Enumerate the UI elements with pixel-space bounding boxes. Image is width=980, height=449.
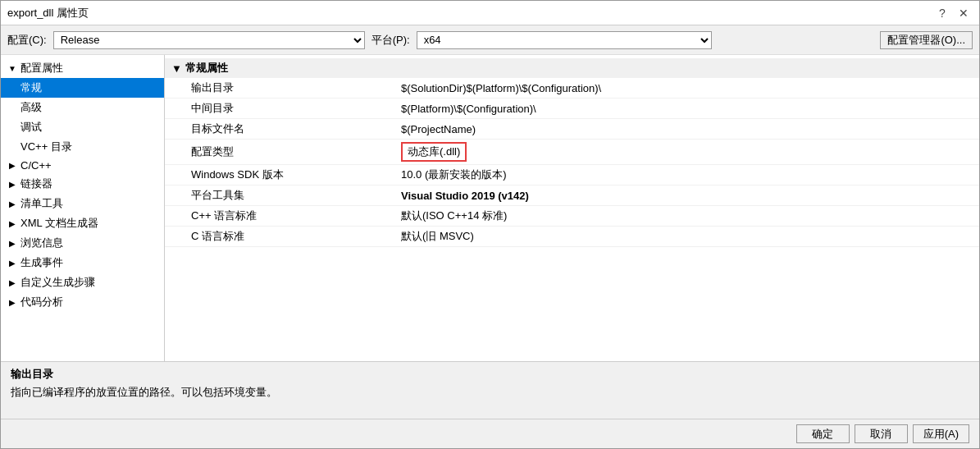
- config-select[interactable]: Release: [53, 31, 365, 49]
- props-name-0: 输出目录: [165, 78, 394, 98]
- tree-item-label-7: XML 文档生成器: [21, 216, 98, 231]
- props-name-1: 中间目录: [165, 99, 394, 118]
- section-header: ▼ 常规属性: [165, 58, 979, 78]
- props-value-2: $(ProjectName): [394, 121, 979, 138]
- props-row-7[interactable]: C 语言标准默认(旧 MSVC): [165, 227, 979, 247]
- props-row-0[interactable]: 输出目录$(SolutionDir)$(Platform)\$(Configur…: [165, 78, 979, 99]
- tree-arrow-icon-7: ▶: [7, 218, 17, 228]
- tree-item-label-1: 高级: [21, 100, 42, 115]
- tree-item-label-6: 清单工具: [21, 196, 63, 211]
- config-bar: 配置(C): Release 平台(P): x64 配置管理器(O)...: [1, 25, 979, 55]
- props-row-2[interactable]: 目标文件名$(ProjectName): [165, 119, 979, 140]
- tree-item-1[interactable]: 高级: [1, 98, 164, 117]
- platform-label: 平台(P):: [371, 33, 410, 48]
- tree-arrow-icon-9: ▶: [7, 258, 17, 268]
- tree-arrow-icon-11: ▶: [7, 297, 17, 307]
- platform-select[interactable]: x64: [417, 31, 712, 49]
- props-value-7: 默认(旧 MSVC): [394, 227, 979, 246]
- props-rows-container: 输出目录$(SolutionDir)$(Platform)\$(Configur…: [165, 78, 979, 247]
- title-bar-buttons: ? ✕: [933, 4, 973, 22]
- props-name-5: 平台工具集: [165, 186, 394, 205]
- apply-button[interactable]: 应用(A): [913, 424, 969, 443]
- tree-root-label: 配置属性: [21, 61, 63, 76]
- tree-item-label-10: 自定义生成步骤: [21, 275, 95, 290]
- config-manager-button[interactable]: 配置管理器(O)...: [880, 31, 973, 49]
- section-label: 常规属性: [185, 61, 228, 76]
- props-row-3[interactable]: 配置类型动态库(.dll): [165, 140, 979, 165]
- tree-item-2[interactable]: 调试: [1, 117, 164, 137]
- props-row-5[interactable]: 平台工具集Visual Studio 2019 (v142): [165, 186, 979, 206]
- ok-button[interactable]: 确定: [796, 424, 850, 443]
- title-bar: export_dll 属性页 ? ✕: [1, 1, 979, 25]
- props-value-4: 10.0 (最新安装的版本): [394, 165, 979, 185]
- props-panel: ▼ 常规属性 输出目录$(SolutionDir)$(Platform)\$(C…: [165, 55, 979, 361]
- close-button[interactable]: ✕: [955, 4, 973, 22]
- desc-bar: 输出目录 指向已编译程序的放置位置的路径。可以包括环境变量。: [1, 361, 979, 419]
- props-name-7: C 语言标准: [165, 227, 394, 246]
- bottom-bar: 确定 取消 应用(A): [1, 419, 979, 448]
- tree-item-label-3: VC++ 目录: [21, 140, 72, 154]
- tree-item-label-9: 生成事件: [21, 255, 63, 270]
- root-arrow-icon: ▼: [7, 63, 17, 73]
- props-name-3: 配置类型: [165, 142, 394, 162]
- tree-items-container: 常规高级调试VC++ 目录▶C/C++▶链接器▶清单工具▶XML 文档生成器▶浏…: [1, 78, 164, 312]
- tree-item-11[interactable]: ▶代码分析: [1, 292, 164, 312]
- tree-arrow-icon-5: ▶: [7, 179, 17, 189]
- props-value-3: 动态库(.dll): [394, 140, 979, 164]
- tree-item-label-2: 调试: [21, 120, 42, 135]
- props-name-6: C++ 语言标准: [165, 206, 394, 226]
- props-row-4[interactable]: Windows SDK 版本10.0 (最新安装的版本): [165, 165, 979, 186]
- cancel-button[interactable]: 取消: [855, 424, 908, 443]
- tree-arrow-icon-4: ▶: [7, 161, 17, 171]
- tree-item-0[interactable]: 常规: [1, 78, 164, 98]
- tree-item-10[interactable]: ▶自定义生成步骤: [1, 273, 164, 292]
- tree-item-3[interactable]: VC++ 目录: [1, 137, 164, 157]
- tree-item-4[interactable]: ▶C/C++: [1, 157, 164, 174]
- config-label: 配置(C):: [7, 33, 47, 48]
- tree-item-8[interactable]: ▶浏览信息: [1, 233, 164, 253]
- tree-item-label-11: 代码分析: [21, 295, 63, 309]
- tree-item-7[interactable]: ▶XML 文档生成器: [1, 213, 164, 233]
- tree-item-5[interactable]: ▶链接器: [1, 174, 164, 194]
- properties-dialog: export_dll 属性页 ? ✕ 配置(C): Release 平台(P):…: [0, 0, 980, 449]
- tree-arrow-icon-6: ▶: [7, 199, 17, 208]
- tree-item-label-4: C/C++: [21, 159, 52, 172]
- tree-arrow-icon-10: ▶: [7, 277, 17, 287]
- section-arrow-icon: ▼: [171, 62, 182, 75]
- tree-item-label-5: 链接器: [21, 176, 52, 191]
- tree-item-9[interactable]: ▶生成事件: [1, 253, 164, 273]
- help-button[interactable]: ?: [933, 4, 951, 22]
- tree-panel: ▼ 配置属性 常规高级调试VC++ 目录▶C/C++▶链接器▶清单工具▶XML …: [1, 55, 165, 361]
- props-value-0: $(SolutionDir)$(Platform)\$(Configuratio…: [394, 80, 979, 97]
- tree-item-6[interactable]: ▶清单工具: [1, 194, 164, 213]
- desc-text: 指向已编译程序的放置位置的路径。可以包括环境变量。: [11, 385, 969, 400]
- dialog-title: export_dll 属性页: [7, 6, 89, 21]
- tree-root[interactable]: ▼ 配置属性: [1, 58, 164, 78]
- tree-item-label-8: 浏览信息: [21, 236, 63, 250]
- props-name-2: 目标文件名: [165, 119, 394, 139]
- props-name-4: Windows SDK 版本: [165, 165, 394, 185]
- tree-arrow-icon-8: ▶: [7, 238, 17, 248]
- desc-title: 输出目录: [11, 367, 969, 382]
- main-content: ▼ 配置属性 常规高级调试VC++ 目录▶C/C++▶链接器▶清单工具▶XML …: [1, 55, 979, 361]
- props-value-6: 默认(ISO C++14 标准): [394, 206, 979, 226]
- props-row-6[interactable]: C++ 语言标准默认(ISO C++14 标准): [165, 206, 979, 227]
- tree-item-label-0: 常规: [21, 80, 42, 95]
- props-value-1: $(Platform)\$(Configuration)\: [394, 100, 979, 117]
- props-row-1[interactable]: 中间目录$(Platform)\$(Configuration)\: [165, 99, 979, 119]
- props-value-5: Visual Studio 2019 (v142): [394, 187, 979, 204]
